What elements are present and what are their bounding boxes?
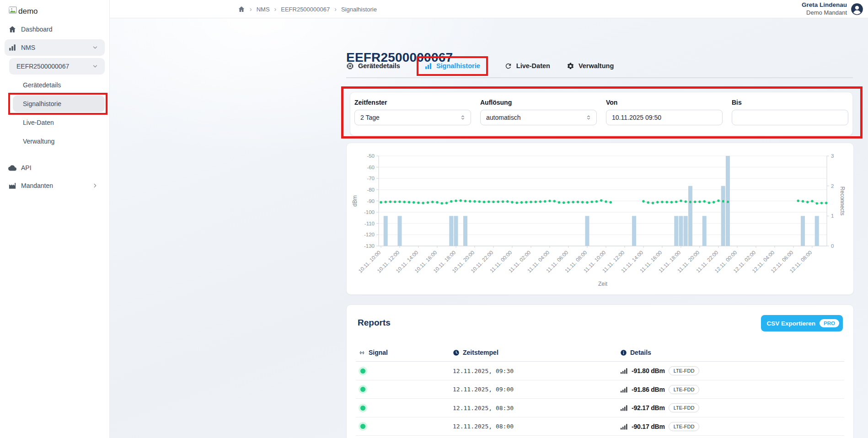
app-root: demo DashboardNMSEEFR2500000067Gerätedet… bbox=[0, 0, 868, 438]
sidebar-item-ger-tedetails[interactable]: Gerätedetails bbox=[0, 77, 109, 93]
filter-field-zeitfenster: Zeitfenster2 Tage bbox=[354, 99, 471, 125]
signal-bars-icon bbox=[620, 405, 628, 411]
sidebar-item-api[interactable]: API bbox=[0, 160, 109, 176]
table-row[interactable]: 12.11.2025, 08:00-90.17 dBmLTE-FDD bbox=[356, 417, 844, 436]
filter-input[interactable] bbox=[732, 110, 848, 125]
signal-point bbox=[431, 201, 434, 203]
user-info: Greta Lindenau Demo Mandant bbox=[802, 1, 847, 16]
tab-label: Live-Daten bbox=[516, 62, 550, 69]
broadcast-icon bbox=[359, 349, 365, 356]
sidebar-item-mandanten[interactable]: Mandanten bbox=[0, 177, 109, 194]
reconnect-bar bbox=[801, 216, 805, 246]
breadcrumb-item[interactable]: NMS bbox=[257, 6, 270, 13]
filter-select[interactable]: automatisch bbox=[480, 110, 597, 125]
column-header-zeitstempel: Zeitstempel bbox=[453, 349, 498, 356]
tab-signalhistorie[interactable]: Signalhistorie bbox=[417, 56, 488, 76]
user-avatar-icon[interactable] bbox=[851, 3, 863, 16]
chevron-down-icon[interactable] bbox=[92, 63, 98, 69]
status-online-dot bbox=[360, 424, 365, 429]
clock-icon bbox=[453, 349, 460, 356]
filter-input-value[interactable] bbox=[612, 114, 718, 121]
filter-input-value[interactable] bbox=[738, 114, 843, 121]
breadcrumb-item: Signalhistorie bbox=[341, 6, 377, 13]
signal-point bbox=[642, 200, 644, 203]
tab-ger-tedetails[interactable]: Gerätedetails bbox=[346, 62, 400, 70]
status-online-dot bbox=[360, 406, 365, 411]
signal-chart-card: -50-60-70-80-90-100-110-120-130321010.11… bbox=[346, 143, 854, 295]
reports-card: Reports CSV Exportieren PRO SignalZeitst… bbox=[346, 304, 854, 438]
signal-point bbox=[694, 201, 696, 203]
sidebar-item-dashboard[interactable]: Dashboard bbox=[0, 21, 109, 37]
signal-point bbox=[502, 200, 504, 203]
tab-bar: GerätedetailsSignalhistorieLive-DatenVer… bbox=[346, 54, 614, 78]
reconnect-bar bbox=[463, 216, 467, 246]
sidebar-item-nms[interactable]: NMS bbox=[0, 39, 109, 56]
signal-point bbox=[567, 201, 569, 203]
signal-point bbox=[389, 201, 391, 203]
app-logo: demo bbox=[8, 5, 38, 17]
table-row[interactable]: 12.11.2025, 08:30-92.17 dBmLTE-FDD bbox=[356, 399, 844, 417]
signal-point bbox=[455, 200, 457, 202]
signal-point bbox=[806, 201, 809, 203]
signal-point bbox=[553, 200, 556, 202]
signal-point bbox=[661, 201, 663, 203]
signal-point bbox=[525, 201, 527, 203]
chart-ytick-label-right: 2 bbox=[831, 183, 834, 189]
filter-select[interactable]: 2 Tage bbox=[354, 110, 471, 125]
signal-point bbox=[558, 201, 560, 203]
signal-point bbox=[413, 201, 415, 203]
breadcrumb-item[interactable]: EEFR2500000067 bbox=[281, 6, 330, 13]
sidebar-item-verwaltung[interactable]: Verwaltung bbox=[0, 133, 109, 150]
network-type-badge: LTE-FDD bbox=[669, 403, 700, 412]
table-row[interactable]: 12.11.2025, 09:00-91.86 dBmLTE-FDD bbox=[356, 380, 844, 399]
reconnect-bar bbox=[679, 216, 683, 246]
reconnect-bar bbox=[449, 216, 453, 246]
status-online-dot bbox=[360, 369, 365, 374]
chevron-down-icon[interactable] bbox=[92, 44, 98, 51]
sidebar-item-highlight bbox=[5, 39, 105, 56]
csv-export-button[interactable]: CSV Exportieren PRO bbox=[761, 315, 843, 331]
home-icon[interactable] bbox=[238, 5, 245, 13]
sidebar-item-eefr2500000067[interactable]: EEFR2500000067 bbox=[0, 58, 109, 75]
tab-divider bbox=[346, 77, 853, 78]
network-type-badge: LTE-FDD bbox=[669, 422, 700, 431]
signal-point bbox=[469, 200, 471, 203]
reconnect-bar bbox=[398, 216, 402, 246]
topbar: ›NMS›EEFR2500000067›Signalhistorie Greta… bbox=[110, 0, 868, 18]
table-row[interactable]: 12.11.2025, 09:30-91.80 dBmLTE-FDD bbox=[356, 362, 844, 380]
reconnect-bar bbox=[684, 216, 688, 246]
sidebar-item-label: NMS bbox=[21, 44, 35, 51]
signal-point bbox=[586, 201, 588, 203]
signal-point bbox=[703, 200, 706, 203]
tab-live-daten[interactable]: Live-Daten bbox=[504, 62, 550, 70]
signal-point bbox=[460, 199, 462, 202]
network-type-badge: LTE-FDD bbox=[669, 385, 700, 394]
signal-point bbox=[535, 201, 537, 203]
user-menu[interactable]: Greta Lindenau Demo Mandant bbox=[802, 0, 863, 18]
signal-status-cell bbox=[360, 399, 365, 417]
signal-point bbox=[450, 200, 452, 203]
signal-point bbox=[816, 202, 818, 204]
chart-ytick-label-left: -120 bbox=[364, 232, 375, 237]
filter-label: Bis bbox=[732, 99, 848, 106]
signal-point bbox=[698, 201, 701, 203]
sidebar-item-live-daten[interactable]: Live-Daten bbox=[0, 114, 109, 131]
signal-point bbox=[530, 201, 532, 203]
sidebar: demo DashboardNMSEEFR2500000067Gerätedet… bbox=[0, 0, 110, 438]
signal-status-cell bbox=[360, 380, 365, 399]
signal-point bbox=[708, 202, 710, 204]
filter-input[interactable] bbox=[606, 110, 723, 125]
signal-point bbox=[511, 201, 513, 203]
sidebar-item-signalhistorie[interactable]: Signalhistorie bbox=[0, 96, 109, 112]
sidebar-item-label: Signalhistorie bbox=[23, 100, 61, 107]
signal-point bbox=[520, 201, 523, 203]
reconnect-bar bbox=[815, 216, 819, 246]
info-icon bbox=[620, 349, 627, 356]
signal-point bbox=[652, 202, 654, 204]
chevron-right-icon[interactable] bbox=[92, 182, 98, 189]
dbm-value: -90.17 dBm bbox=[632, 423, 665, 430]
tab-verwaltung[interactable]: Verwaltung bbox=[567, 62, 614, 70]
reconnect-bar bbox=[702, 216, 707, 246]
chart-ylabel-right: Reconnects bbox=[839, 187, 846, 215]
column-header-label: Zeitstempel bbox=[463, 349, 498, 356]
